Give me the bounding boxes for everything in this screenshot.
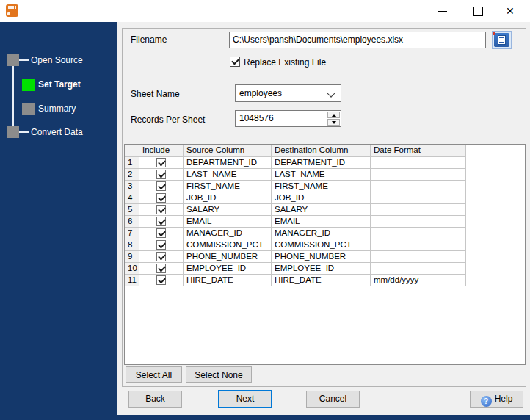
- cancel-button[interactable]: Cancel: [306, 391, 360, 408]
- include-cell[interactable]: [139, 169, 184, 181]
- source-column-cell[interactable]: SALARY: [184, 204, 272, 216]
- table-row[interactable]: 8COMMISSION_PCTCOMMISSION_PCT: [125, 239, 525, 251]
- destination-column-cell[interactable]: JOB_ID: [272, 192, 371, 204]
- destination-column-cell[interactable]: EMAIL: [272, 216, 371, 228]
- table-row[interactable]: 4JOB_IDJOB_ID: [125, 192, 525, 204]
- date-format-cell[interactable]: [371, 192, 466, 204]
- close-button[interactable]: ✕: [496, 0, 529, 22]
- include-checkbox[interactable]: [156, 228, 166, 238]
- source-column-cell[interactable]: DEPARTMENT_ID: [184, 157, 272, 169]
- select-none-button[interactable]: Select None: [186, 366, 252, 383]
- source-column-cell[interactable]: HIRE_DATE: [184, 275, 272, 286]
- step-square-convert-data: [7, 126, 19, 138]
- date-format-cell[interactable]: [371, 157, 466, 169]
- cancel-label: Cancel: [319, 391, 346, 407]
- include-checkbox[interactable]: [156, 217, 166, 226]
- include-checkbox[interactable]: [156, 264, 166, 273]
- date-format-cell[interactable]: [371, 204, 466, 216]
- filename-input[interactable]: C:\Users\pansh\Documents\employees.xlsx: [229, 32, 486, 48]
- replace-existing-file-label: Replace Existing File: [244, 57, 326, 68]
- destination-column-cell[interactable]: MANAGER_ID: [272, 228, 371, 239]
- sheet-name-select[interactable]: employees: [235, 84, 341, 102]
- grid-header-destination-column[interactable]: Destination Column: [272, 145, 371, 157]
- date-format-cell[interactable]: [371, 228, 466, 239]
- source-column-cell[interactable]: JOB_ID: [184, 192, 272, 204]
- grid-header-date-format[interactable]: Date Format: [371, 145, 466, 157]
- include-checkbox[interactable]: [156, 240, 166, 250]
- table-row[interactable]: 2LAST_NAMELAST_NAME: [125, 169, 525, 181]
- row-number: 8: [125, 239, 139, 251]
- include-checkbox[interactable]: [156, 181, 166, 191]
- date-format-cell[interactable]: [371, 263, 466, 275]
- help-button[interactable]: ?Help: [470, 391, 523, 408]
- maximize-button[interactable]: [462, 0, 494, 22]
- table-row[interactable]: 3FIRST_NAMEFIRST_NAME: [125, 181, 525, 192]
- include-checkbox[interactable]: [156, 252, 166, 261]
- source-column-cell[interactable]: MANAGER_ID: [184, 228, 272, 239]
- destination-column-cell[interactable]: LAST_NAME: [272, 169, 371, 181]
- row-number: 1: [125, 157, 139, 169]
- date-format-cell[interactable]: mm/dd/yyyy: [371, 275, 466, 286]
- include-checkbox[interactable]: [156, 205, 166, 214]
- bottom-strip: [0, 415, 530, 420]
- minimize-button[interactable]: [426, 0, 459, 22]
- grid-header-include[interactable]: Include: [139, 145, 184, 157]
- destination-column-cell[interactable]: PHONE_NUMBER: [272, 251, 371, 263]
- include-cell[interactable]: [139, 275, 184, 286]
- date-format-cell[interactable]: [371, 216, 466, 228]
- date-format-cell[interactable]: [371, 169, 466, 181]
- include-cell[interactable]: [139, 239, 184, 251]
- include-checkbox[interactable]: [156, 170, 166, 179]
- grid-header-source-column[interactable]: Source Column: [184, 145, 272, 157]
- table-row[interactable]: 9PHONE_NUMBERPHONE_NUMBER: [125, 251, 525, 263]
- next-button[interactable]: Next: [218, 390, 272, 408]
- select-all-label: Select All: [136, 368, 172, 383]
- source-column-cell[interactable]: PHONE_NUMBER: [184, 251, 272, 263]
- records-per-sheet-spinner[interactable]: 1048576: [235, 110, 341, 127]
- include-cell[interactable]: [139, 157, 184, 169]
- include-cell[interactable]: [139, 192, 184, 204]
- source-column-cell[interactable]: EMAIL: [184, 216, 272, 228]
- browse-button[interactable]: [492, 31, 512, 49]
- source-column-cell[interactable]: LAST_NAME: [184, 169, 272, 181]
- include-checkbox[interactable]: [156, 193, 166, 203]
- destination-column-cell[interactable]: COMMISSION_PCT: [272, 239, 371, 251]
- date-format-cell[interactable]: [371, 181, 466, 192]
- source-column-cell[interactable]: FIRST_NAME: [184, 181, 272, 192]
- table-row[interactable]: 10EMPLOYEE_IDEMPLOYEE_ID: [125, 263, 525, 275]
- row-number: 2: [125, 169, 139, 181]
- next-label: Next: [236, 391, 255, 407]
- table-row[interactable]: 5SALARYSALARY: [125, 204, 525, 216]
- replace-existing-file-checkbox[interactable]: [230, 57, 240, 67]
- table-row[interactable]: 7MANAGER_IDMANAGER_ID: [125, 228, 525, 239]
- include-cell[interactable]: [139, 228, 184, 239]
- select-all-button[interactable]: Select All: [126, 366, 182, 383]
- include-cell[interactable]: [139, 251, 184, 263]
- table-row[interactable]: 6EMAILEMAIL: [125, 216, 525, 228]
- sidebar-item-convert-data: Convert Data: [31, 126, 83, 139]
- date-format-cell[interactable]: [371, 239, 466, 251]
- source-column-cell[interactable]: EMPLOYEE_ID: [184, 263, 272, 275]
- include-checkbox[interactable]: [156, 158, 166, 167]
- row-number: 5: [125, 204, 139, 216]
- table-row[interactable]: 1DEPARTMENT_IDDEPARTMENT_ID: [125, 157, 525, 169]
- source-column-cell[interactable]: COMMISSION_PCT: [184, 239, 272, 251]
- destination-column-cell[interactable]: HIRE_DATE: [272, 275, 371, 286]
- filename-label: Filename: [131, 35, 167, 45]
- date-format-cell[interactable]: [371, 251, 466, 263]
- spin-up-button[interactable]: [327, 112, 340, 118]
- table-row[interactable]: 11HIRE_DATEHIRE_DATEmm/dd/yyyy: [125, 275, 525, 286]
- sheet-name-label: Sheet Name: [131, 89, 180, 99]
- destination-column-cell[interactable]: FIRST_NAME: [272, 181, 371, 192]
- include-checkbox[interactable]: [156, 275, 166, 285]
- include-cell[interactable]: [139, 181, 184, 192]
- back-button[interactable]: Back: [128, 391, 182, 408]
- destination-column-cell[interactable]: EMPLOYEE_ID: [272, 263, 371, 275]
- destination-column-cell[interactable]: DEPARTMENT_ID: [272, 157, 371, 169]
- include-cell[interactable]: [139, 216, 184, 228]
- destination-column-cell[interactable]: SALARY: [272, 204, 371, 216]
- include-cell[interactable]: [139, 263, 184, 275]
- include-cell[interactable]: [139, 204, 184, 216]
- spin-down-button[interactable]: [327, 119, 340, 126]
- close-icon: ✕: [506, 5, 515, 17]
